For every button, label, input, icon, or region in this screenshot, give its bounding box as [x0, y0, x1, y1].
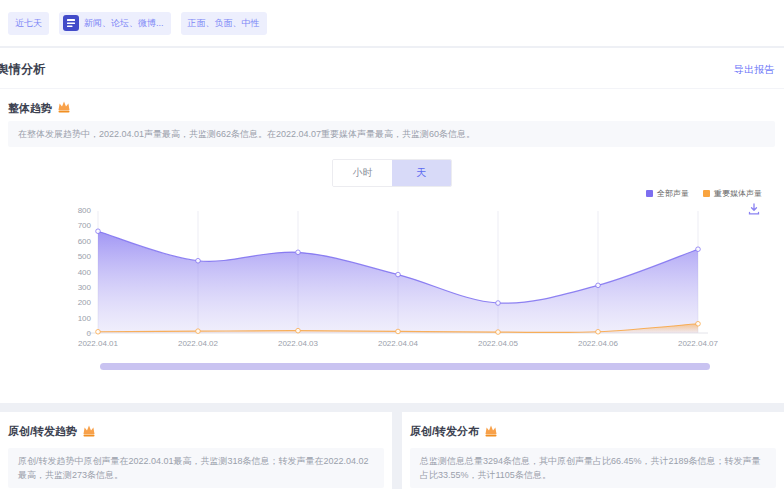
chip-label: 正面、负面、中性 [188, 17, 260, 30]
toggle-hour-button[interactable]: 小时 [333, 160, 392, 186]
svg-text:500: 500 [78, 252, 92, 261]
svg-text:300: 300 [78, 283, 92, 292]
filter-bar: 近七天 新闻、论坛、微博... 正面、负面、中性 [0, 0, 784, 46]
overall-trend-summary-box: 在整体发展趋势中，2022.04.01声量最高，共监测662条信息。在2022.… [8, 121, 775, 147]
screen: 近七天 新闻、论坛、微博... 正面、负面、中性 舆情分析 导出报告 整体趋势 … [0, 0, 784, 489]
legend-item[interactable]: 重要媒体声量 [703, 188, 762, 199]
bottom-cards: 原创/转发趋势 原创/转发趋势中原创声量在2022.04.01最高，共监测318… [0, 412, 784, 489]
trend-area-chart: 01002003004005006007008002022.04.012022.… [0, 205, 784, 355]
chart-legend: 全部声量重要媒体声量 [646, 188, 762, 199]
media-source-icon [63, 15, 79, 31]
page-title: 舆情分析 [0, 61, 45, 78]
svg-text:600: 600 [78, 237, 92, 246]
card-title-row: 原创/转发分布 [410, 424, 784, 439]
card-origin-repost-distribution: 原创/转发分布 总监测信息总量3294条信息，其中原创声量占比66.45%，共计… [402, 412, 784, 489]
card-title-row: 原创/转发趋势 [8, 424, 392, 439]
overall-trend-title: 整体趋势 [8, 101, 52, 116]
granularity-toggle: 小时 天 [332, 159, 452, 187]
overall-trend-summary: 在整体发展趋势中，2022.04.01声量最高，共监测662条信息。在2022.… [18, 128, 475, 141]
svg-text:200: 200 [78, 298, 92, 307]
panel-header: 舆情分析 导出报告 [0, 48, 784, 89]
svg-text:700: 700 [78, 221, 92, 230]
legend-label: 重要媒体声量 [714, 188, 762, 199]
card-origin-repost-trend: 原创/转发趋势 原创/转发趋势中原创声量在2022.04.01最高，共监测318… [0, 412, 392, 489]
toggle-day-button[interactable]: 天 [392, 160, 451, 186]
svg-text:2022.04.01: 2022.04.01 [78, 339, 119, 348]
svg-text:2022.04.06: 2022.04.06 [578, 339, 619, 348]
svg-text:100: 100 [78, 314, 92, 323]
svg-text:2022.04.03: 2022.04.03 [278, 339, 319, 348]
legend-label: 全部声量 [657, 188, 689, 199]
svg-text:2022.04.05: 2022.04.05 [478, 339, 519, 348]
filter-chip-time-range[interactable]: 近七天 [8, 12, 49, 35]
legend-swatch [703, 190, 710, 197]
crown-icon [484, 424, 498, 439]
filter-chip-media-sources[interactable]: 新闻、论坛、微博... [59, 12, 171, 35]
card-title: 原创/转发分布 [410, 424, 479, 439]
filter-chip-sentiment[interactable]: 正面、负面、中性 [181, 12, 267, 35]
svg-text:2022.04.07: 2022.04.07 [678, 339, 719, 348]
export-report-link[interactable]: 导出报告 [734, 63, 774, 77]
legend-swatch [646, 190, 653, 197]
analysis-panel: 舆情分析 导出报告 整体趋势 在整体发展趋势中，2022.04.01声量最高，共… [0, 48, 784, 403]
svg-text:2022.04.02: 2022.04.02 [178, 339, 219, 348]
svg-text:400: 400 [78, 268, 92, 277]
svg-text:2022.04.04: 2022.04.04 [378, 339, 419, 348]
chip-label: 近七天 [15, 17, 42, 30]
chart-scrollbar[interactable] [100, 363, 710, 370]
svg-text:0: 0 [87, 329, 92, 338]
crown-icon [82, 424, 96, 439]
svg-text:800: 800 [78, 206, 92, 215]
card-title: 原创/转发趋势 [8, 424, 77, 439]
legend-item[interactable]: 全部声量 [646, 188, 689, 199]
chip-label: 新闻、论坛、微博... [84, 17, 164, 30]
card-summary: 总监测信息总量3294条信息，其中原创声量占比66.45%，共计2189条信息；… [410, 448, 776, 488]
card-summary: 原创/转发趋势中原创声量在2022.04.01最高，共监测318条信息；转发声量… [8, 448, 384, 488]
crown-icon [57, 99, 71, 117]
overall-trend-title-row: 整体趋势 [8, 99, 71, 117]
